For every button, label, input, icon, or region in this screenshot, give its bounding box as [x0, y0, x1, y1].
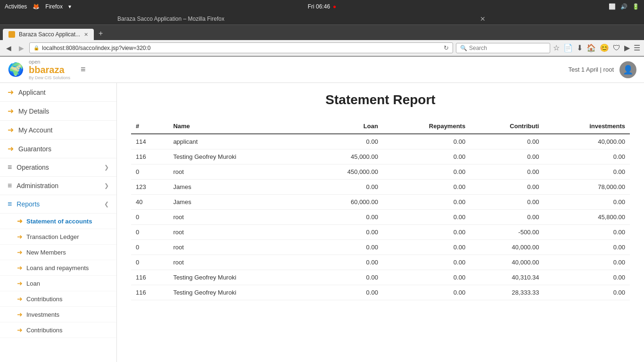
cell-num: 0 [131, 255, 168, 270]
youtube-icon[interactable]: ▶ [624, 43, 630, 52]
browser-close-btn[interactable]: ✕ [327, 15, 638, 23]
forward-btn[interactable]: ▶ [17, 43, 26, 53]
search-input[interactable] [469, 45, 545, 51]
cell-repayments: 0.00 [383, 149, 470, 165]
tab-label: Baraza Sacco Applicat... [19, 31, 80, 38]
os-bar-right: ⬜ 🔊 🔋 [609, 3, 639, 10]
cell-name: root [168, 210, 306, 225]
cell-investments: 0.00 [544, 165, 630, 180]
table-row: 123 James 0.00 0.00 0.00 78,000.00 [131, 180, 630, 195]
tab-close-btn[interactable]: ✕ [84, 32, 88, 38]
cell-num: 40 [131, 195, 168, 210]
hamburger-menu[interactable]: ≡ [81, 65, 86, 74]
table-row: 40 James 60,000.00 0.00 0.00 0.00 [131, 195, 630, 210]
firefox-label[interactable]: Firefox [45, 3, 63, 10]
browser-toolbar-icons: ☆ 📄 ⬇ 🏠 😊 🛡 ▶ ☰ [553, 43, 640, 52]
sidebar-sub-item-contributions2[interactable]: ➜ Contributions [0, 322, 116, 338]
sidebar-item-label: My Details [18, 107, 49, 115]
table-row: 114 applicant 0.00 0.00 0.00 40,000.00 [131, 134, 630, 149]
arrow-icon: ➜ [8, 88, 14, 97]
pocket-icon[interactable]: ⬇ [577, 43, 583, 52]
sidebar-item-guarantors[interactable]: ➜ Guarantors [0, 140, 116, 158]
reader-icon[interactable]: 📄 [563, 43, 573, 52]
url-bar[interactable]: 🔒 localhost:8080/sacco/index.jsp?view=32… [29, 42, 453, 53]
cell-investments: 0.00 [544, 149, 630, 165]
chevron-right-icon: ❯ [104, 182, 109, 189]
cell-repayments: 0.00 [383, 134, 470, 149]
cell-investments: 0.00 [544, 270, 630, 285]
cell-contributi: 0.00 [470, 134, 544, 149]
cell-investments: 0.00 [544, 240, 630, 255]
cell-contributi: 40,000.00 [470, 255, 544, 270]
sidebar-item-reports[interactable]: ≡ Reports ❮ [0, 195, 116, 214]
cell-num: 116 [131, 270, 168, 285]
emoji-icon[interactable]: 😊 [600, 43, 609, 52]
sidebar-sub-item-label: Investments [26, 311, 59, 318]
os-bar: Activities 🦊 Firefox ▾ Fri 06:46 ● ⬜ 🔊 🔋 [0, 0, 644, 13]
browser-tab-active[interactable]: Baraza Sacco Applicat... ✕ [3, 29, 94, 40]
cell-contributi: 40,000.00 [470, 240, 544, 255]
cell-num: 0 [131, 210, 168, 225]
arrow-icon: ➜ [17, 295, 23, 303]
arrow-icon: ➜ [17, 311, 23, 318]
address-bar: ◀ ▶ 🔒 localhost:8080/sacco/index.jsp?vie… [0, 40, 644, 56]
sidebar-item-administration[interactable]: ≡ Administration ❯ [0, 177, 116, 195]
reload-btn[interactable]: ↻ [444, 44, 449, 51]
bookmark-star-icon[interactable]: ☆ [553, 43, 560, 52]
arrow-icon: ➜ [17, 233, 23, 240]
sidebar-sub-item-label: Statement of accounts [26, 218, 92, 225]
cell-loan: 0.00 [306, 285, 383, 300]
cell-loan: 0.00 [306, 225, 383, 240]
sidebar-item-label: My Account [18, 126, 52, 134]
logo-icon: 🌍 [8, 62, 24, 77]
table-row: 0 root 0.00 0.00 0.00 45,800.00 [131, 210, 630, 225]
sidebar-item-my-details[interactable]: ➜ My Details [0, 102, 116, 121]
cell-contributi: 40,310.34 [470, 270, 544, 285]
cell-investments: 0.00 [544, 285, 630, 300]
sidebar-item-operations[interactable]: ≡ Operations ❯ [0, 158, 116, 177]
sidebar-sub-item-transaction-ledger[interactable]: ➜ Transaction Ledger [0, 229, 116, 245]
cell-loan: 0.00 [306, 134, 383, 149]
sidebar-sub-item-loans-repayments[interactable]: ➜ Loans and repayments [0, 260, 116, 276]
arrow-icon: ➜ [8, 107, 14, 115]
sidebar-item-label: Guarantors [18, 145, 51, 153]
cell-name: applicant [168, 134, 306, 149]
logo-open-text: open [29, 59, 70, 65]
col-header-investments: investments [544, 119, 630, 134]
sidebar-item-my-account[interactable]: ➜ My Account [0, 121, 116, 140]
shield-icon[interactable]: 🛡 [613, 44, 620, 52]
arrow-icon: ➜ [17, 217, 23, 225]
cell-loan: 45,000.00 [306, 149, 383, 165]
sidebar-sub-item-label: Loans and repayments [26, 264, 89, 272]
cell-loan: 0.00 [306, 240, 383, 255]
back-btn[interactable]: ◀ [4, 43, 14, 53]
menu-icon[interactable]: ☰ [634, 43, 640, 52]
cell-name: Testing Geofrey Muroki [168, 285, 306, 300]
sidebar-sub-item-contributions[interactable]: ➜ Contributions [0, 291, 116, 307]
sidebar-sub-item-investments[interactable]: ➜ Investments [0, 307, 116, 322]
sidebar-item-applicant[interactable]: ➜ Applicant [0, 83, 116, 102]
home-icon[interactable]: 🏠 [586, 43, 596, 52]
sidebar-sub-item-loan[interactable]: ➜ Loan [0, 276, 116, 291]
cell-investments: 78,000.00 [544, 180, 630, 195]
page-title: Statement Report [131, 92, 630, 107]
arrow-icon: ➜ [17, 326, 23, 334]
cell-loan: 450,000.00 [306, 165, 383, 180]
app-container: 🌍 open bbaraza By Dew CIS Solutions ≡ Te… [0, 57, 644, 362]
table-row: 0 root 0.00 0.00 40,000.00 0.00 [131, 240, 630, 255]
sidebar-sub-item-new-members[interactable]: ➜ New Members [0, 245, 116, 260]
search-bar[interactable]: 🔍 [456, 43, 550, 53]
browser-title: Baraza Sacco Application – Mozilla Firef… [15, 16, 327, 22]
arrow-icon: ➜ [17, 264, 23, 272]
cell-investments: 0.00 [544, 255, 630, 270]
new-tab-btn[interactable]: + [95, 27, 107, 40]
sidebar-sub-item-label: Transaction Ledger [26, 233, 79, 240]
list-icon: ≡ [8, 163, 12, 172]
cell-num: 116 [131, 285, 168, 300]
cell-name: root [168, 165, 306, 180]
table-row: 116 Testing Geofrey Muroki 0.00 0.00 40,… [131, 270, 630, 285]
activities-label[interactable]: Activities [5, 3, 27, 10]
sidebar-item-label: Applicant [18, 89, 46, 96]
sidebar-sub-item-statement-of-accounts[interactable]: ➜ Statement of accounts [0, 214, 116, 229]
cell-repayments: 0.00 [383, 210, 470, 225]
